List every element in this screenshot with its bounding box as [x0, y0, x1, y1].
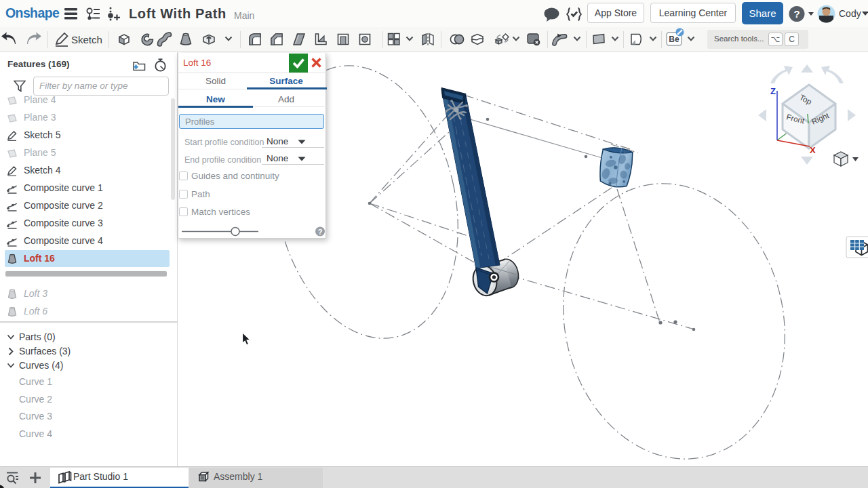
svg-text:X: X — [810, 145, 816, 155]
svg-text:Z: Z — [770, 86, 776, 96]
svg-text:?: ? — [793, 8, 800, 20]
svg-text:?: ? — [318, 228, 323, 236]
svg-text:Be: Be — [669, 35, 679, 44]
